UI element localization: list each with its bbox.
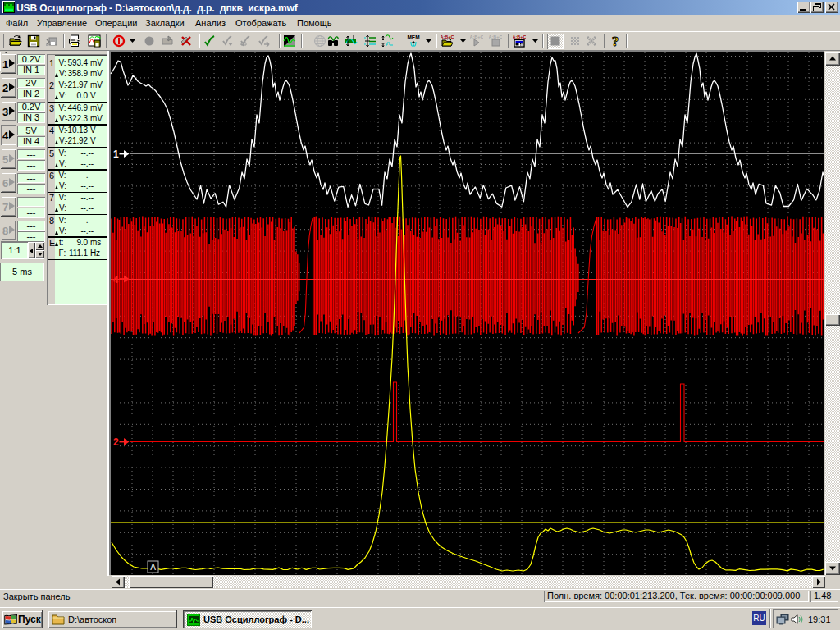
svg-text:MEM: MEM [407,34,419,40]
svg-text:A:B+C: A:B+C [470,34,483,39]
svg-text:2: 2 [113,436,119,448]
svg-text:?: ? [612,34,619,48]
svg-text:A: A [150,563,156,572]
svg-text:A:B+C: A:B+C [513,34,526,39]
svg-text:1: 1 [113,148,119,160]
svg-text:A:B+C: A:B+C [489,34,502,39]
svg-text:4: 4 [113,274,119,285]
svg-text:A:B+C: A:B+C [441,34,454,39]
